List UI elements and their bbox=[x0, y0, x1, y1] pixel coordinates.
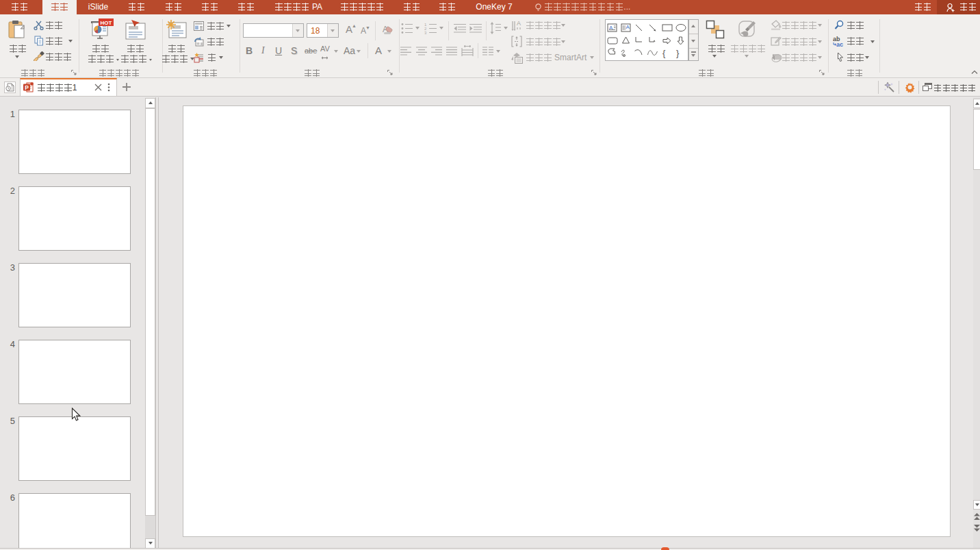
svg-text:HOT: HOT bbox=[101, 20, 112, 26]
svg-text:}: } bbox=[676, 48, 680, 58]
svg-text:ac: ac bbox=[836, 41, 843, 47]
svg-text:3: 3 bbox=[424, 31, 427, 35]
svg-text:{: { bbox=[662, 48, 666, 58]
svg-text:P: P bbox=[25, 84, 29, 91]
svg-text:A: A bbox=[626, 24, 630, 30]
svg-text:A: A bbox=[517, 20, 521, 27]
